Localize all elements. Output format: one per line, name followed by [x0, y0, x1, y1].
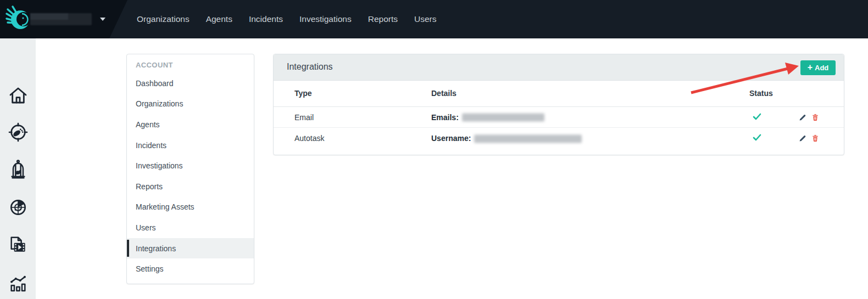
- account-menu-list: Dashboard Organizations Agents Incidents…: [127, 73, 254, 279]
- icon-sidebar: [0, 38, 36, 299]
- integration-row: Autotask Username:: [274, 128, 844, 149]
- delete-trash-icon[interactable]: [811, 114, 819, 121]
- top-nav-item[interactable]: Reports: [368, 14, 398, 24]
- integrations-panel: Integrations + Add Type Details Status E…: [273, 54, 844, 155]
- media-document-icon[interactable]: [7, 234, 29, 256]
- home-icon[interactable]: [7, 84, 29, 106]
- account-menu-item-label: Organizations: [136, 99, 183, 108]
- column-header-details: Details: [431, 89, 457, 98]
- plus-icon: +: [808, 63, 813, 72]
- integration-detail-label: Username:: [431, 134, 471, 143]
- integration-type: Email: [294, 113, 314, 122]
- delete-trash-icon[interactable]: [811, 134, 819, 142]
- integration-details: Emails:: [431, 112, 544, 122]
- account-menu-item[interactable]: Organizations: [127, 94, 254, 115]
- account-menu-item-label: Integrations: [136, 244, 176, 253]
- redacted-org-name: [30, 13, 92, 25]
- edit-pencil-icon[interactable]: [799, 114, 806, 121]
- account-menu-header: ACCOUNT: [136, 61, 173, 69]
- top-nav-item[interactable]: Organizations: [137, 14, 190, 24]
- add-integration-button[interactable]: + Add: [800, 60, 836, 75]
- app-root: Organizations Agents Incidents Investiga…: [0, 0, 868, 299]
- account-menu-item-label: Settings: [136, 264, 164, 273]
- caret-down-icon: [100, 18, 105, 21]
- account-menu-item-label: Reports: [136, 182, 163, 191]
- account-menu-item[interactable]: Integrations: [127, 238, 254, 259]
- panel-title: Integrations: [287, 62, 333, 72]
- add-button-label: Add: [815, 64, 828, 72]
- integrations-table-body: Email Emails:: [274, 107, 844, 149]
- top-nav-item[interactable]: Incidents: [249, 14, 283, 24]
- account-menu-item-label: Agents: [136, 120, 160, 129]
- row-actions: [799, 114, 819, 121]
- redacted-value: [474, 134, 582, 143]
- account-menu-item[interactable]: Dashboard: [127, 73, 254, 94]
- account-menu-item-label: Investigations: [136, 161, 183, 170]
- row-actions: [799, 134, 819, 142]
- column-header-status: Status: [749, 89, 773, 98]
- integrations-table-header: Type Details Status: [274, 81, 844, 107]
- integration-row: Email Emails:: [274, 107, 844, 128]
- top-nav-menu: Organizations Agents Incidents Investiga…: [137, 0, 437, 38]
- account-menu-item[interactable]: Settings: [127, 258, 254, 279]
- top-navigation-bar: Organizations Agents Incidents Investiga…: [0, 0, 868, 38]
- account-menu-card: ACCOUNT Dashboard Organizations Agents I…: [126, 54, 254, 284]
- column-header-type: Type: [294, 89, 312, 98]
- footprint-target-icon[interactable]: [7, 121, 29, 143]
- account-menu-item[interactable]: Investigations: [127, 155, 254, 176]
- top-nav-item[interactable]: Agents: [206, 14, 232, 24]
- integrations-panel-header: Integrations + Add: [274, 54, 844, 81]
- radar-icon[interactable]: [7, 196, 29, 218]
- integration-detail-label: Emails:: [431, 112, 459, 121]
- account-menu-item[interactable]: Reports: [127, 176, 254, 197]
- redacted-value: [462, 114, 544, 122]
- account-menu-item[interactable]: Incidents: [127, 135, 254, 156]
- account-menu-item[interactable]: Users: [127, 217, 254, 238]
- edit-pencil-icon[interactable]: [799, 134, 806, 142]
- status-check-icon: [753, 134, 761, 143]
- account-menu-item[interactable]: Marketing Assets: [127, 197, 254, 218]
- account-menu-item-label: Marketing Assets: [136, 202, 194, 211]
- account-menu-item[interactable]: Agents: [127, 114, 254, 135]
- top-nav-item[interactable]: Users: [414, 14, 436, 24]
- integration-type: Autotask: [294, 134, 324, 143]
- caged-bird-icon[interactable]: [7, 159, 29, 180]
- analytics-chart-icon[interactable]: [7, 272, 29, 294]
- top-nav-item[interactable]: Investigations: [299, 14, 352, 24]
- account-menu-item-label: Incidents: [136, 141, 166, 150]
- account-menu-item-label: Dashboard: [136, 79, 174, 88]
- status-check-icon: [753, 112, 761, 122]
- account-menu-item-label: Users: [136, 223, 156, 232]
- organization-selector[interactable]: [29, 11, 110, 27]
- integration-details: Username:: [431, 134, 582, 143]
